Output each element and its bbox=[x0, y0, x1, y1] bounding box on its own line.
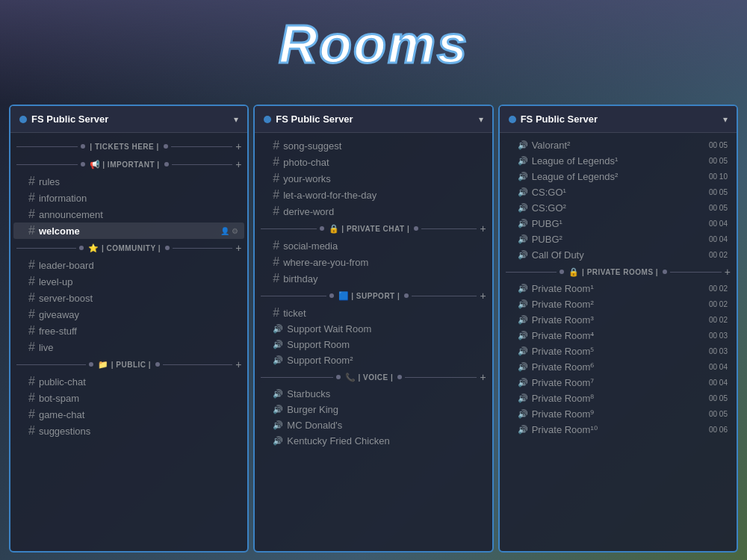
channel-row-your-works[interactable]: #your-works bbox=[258, 170, 489, 187]
channel-row-burger-king[interactable]: 🔊Burger King bbox=[258, 402, 489, 417]
channel-row-free-stuff[interactable]: #free-stuff bbox=[13, 323, 244, 339]
category-line-right bbox=[412, 296, 477, 296]
panel-1: FS Public Server ▾ | TICKETS HERE |+📢 | … bbox=[9, 105, 249, 553]
channel-row-welcome[interactable]: #welcome👤⚙ bbox=[13, 223, 244, 239]
channel-row-pubg²[interactable]: 🔊PUBG²00 04 bbox=[503, 231, 734, 247]
channel-row-valorant²[interactable]: 🔊Valorant²00 05 bbox=[503, 137, 734, 153]
server-icon bbox=[264, 116, 271, 123]
channel-row-social-media[interactable]: #social-media bbox=[258, 237, 489, 254]
channel-row-private-room²[interactable]: 🔊Private Room²00 02 bbox=[503, 296, 734, 312]
category-row-voice[interactable]: 📞 | VOICE |+ bbox=[255, 368, 492, 386]
channel-name: CS:GO² bbox=[532, 202, 705, 214]
voice-count: 00 02 bbox=[709, 284, 728, 293]
channel-row-rules[interactable]: #rules bbox=[13, 173, 244, 190]
channel-name: level-up bbox=[39, 276, 238, 287]
channel-name: Burger King bbox=[287, 404, 483, 415]
category-row-important[interactable]: 📢 | IMPORTANT |+ bbox=[10, 155, 247, 173]
channel-row-private-room³[interactable]: 🔊Private Room³00 02 bbox=[503, 312, 734, 328]
add-channel-button[interactable]: + bbox=[725, 266, 731, 278]
speaker-icon: 🔊 bbox=[273, 420, 283, 430]
panel-header-3[interactable]: FS Public Server ▾ bbox=[500, 106, 737, 133]
add-channel-button[interactable]: + bbox=[235, 158, 241, 170]
channel-row-leader-board[interactable]: #leader-board bbox=[13, 257, 244, 273]
channel-name: MC Donald's bbox=[287, 420, 483, 431]
channel-row-pubg¹[interactable]: 🔊PUBG¹00 04 bbox=[503, 216, 734, 231]
channel-row-where-are-you-from[interactable]: #where-are-you-from bbox=[258, 254, 489, 270]
channel-row-support-room²[interactable]: 🔊Support Room² bbox=[258, 352, 489, 368]
add-channel-button[interactable]: + bbox=[480, 290, 486, 302]
category-row-support[interactable]: 🟦 | SUPPORT |+ bbox=[255, 287, 492, 305]
channel-row-server-boost[interactable]: #server-boost bbox=[13, 290, 244, 306]
channel-row-private-room⁷[interactable]: 🔊Private Room⁷00 04 bbox=[503, 375, 734, 391]
channel-row-let-a-word-for-the-day[interactable]: #let-a-word-for-the-day bbox=[258, 187, 489, 203]
category-row-community[interactable]: ⭐ | COMMUNITY |+ bbox=[10, 239, 247, 257]
speaker-icon: 🔊 bbox=[518, 331, 528, 340]
panel-header-2[interactable]: FS Public Server ▾ bbox=[255, 106, 492, 133]
channel-row-league-of-legends¹[interactable]: 🔊League of Legends¹00 05 bbox=[503, 153, 734, 169]
channel-row-support-wait-room[interactable]: 🔊Support Wait Room bbox=[258, 321, 489, 337]
category-row-tickets[interactable]: | TICKETS HERE |+ bbox=[10, 137, 247, 155]
channel-row-private-room⁸[interactable]: 🔊Private Room⁸00 05 bbox=[503, 391, 734, 406]
category-row-public[interactable]: 📁 | PUBLIC |+ bbox=[10, 355, 247, 373]
panel-3: FS Public Server ▾ 🔊Valorant²00 05🔊Leagu… bbox=[498, 105, 738, 553]
channel-row-bot-spam[interactable]: #bot-spam bbox=[13, 390, 244, 406]
channel-row-birthday[interactable]: #birthday bbox=[258, 270, 489, 287]
channel-name: bot-spam bbox=[39, 393, 238, 404]
channel-name: free-stuff bbox=[39, 326, 238, 337]
panel-header-1[interactable]: FS Public Server ▾ bbox=[10, 106, 247, 133]
add-channel-button[interactable]: + bbox=[480, 371, 486, 383]
channel-row-live[interactable]: #live bbox=[13, 339, 244, 355]
add-channel-button[interactable]: + bbox=[480, 223, 486, 234]
category-dot bbox=[81, 162, 85, 167]
category-dot bbox=[155, 362, 160, 367]
hash-icon: # bbox=[28, 392, 35, 404]
channel-row-suggestions[interactable]: #suggestions bbox=[13, 423, 244, 439]
channel-name: leader-board bbox=[39, 260, 238, 271]
category-label: 📁 | PUBLIC | bbox=[96, 360, 152, 370]
channel-row-cs:go²[interactable]: 🔊CS:GO²00 05 bbox=[503, 200, 734, 216]
channel-row-game-chat[interactable]: #game-chat bbox=[13, 406, 244, 423]
channel-row-starbucks[interactable]: 🔊Starbucks bbox=[258, 386, 489, 402]
hash-icon: # bbox=[28, 408, 35, 420]
server-icon bbox=[509, 116, 516, 123]
add-channel-button[interactable]: + bbox=[235, 140, 241, 152]
add-channel-button[interactable]: + bbox=[235, 358, 241, 370]
channel-row-call-of-duty[interactable]: 🔊Call Of Duty00 02 bbox=[503, 247, 734, 263]
channel-row-giveaway[interactable]: #giveaway bbox=[13, 306, 244, 323]
hash-icon: # bbox=[28, 425, 35, 437]
channel-row-photo-chat[interactable]: #photo-chat bbox=[258, 154, 489, 170]
channel-name: Private Room⁴ bbox=[532, 330, 705, 341]
channel-row-song-suggest[interactable]: #song-suggest bbox=[258, 137, 489, 154]
category-line-left bbox=[506, 272, 557, 273]
category-label: 🟦 | SUPPORT | bbox=[337, 291, 402, 301]
channel-row-cs:go¹[interactable]: 🔊CS:GO¹00 05 bbox=[503, 184, 734, 200]
channel-row-private-room¹[interactable]: 🔊Private Room¹00 02 bbox=[503, 281, 734, 296]
channel-row-derive-word[interactable]: #derive-word bbox=[258, 203, 489, 220]
channel-name: information bbox=[39, 193, 238, 204]
channel-row-league-of-legends²[interactable]: 🔊League of Legends²00 10 bbox=[503, 169, 734, 184]
category-row-private_chat[interactable]: 🔒 | PRIVATE CHAT |+ bbox=[255, 220, 492, 237]
channel-row-mc-donald's[interactable]: 🔊MC Donald's bbox=[258, 417, 489, 433]
hash-icon: # bbox=[273, 256, 279, 268]
channel-row-public-chat[interactable]: #public-chat bbox=[13, 373, 244, 390]
channel-row-private-room⁵[interactable]: 🔊Private Room⁵00 03 bbox=[503, 343, 734, 359]
channel-row-level-up[interactable]: #level-up bbox=[13, 273, 244, 290]
hash-icon: # bbox=[28, 276, 35, 287]
channel-row-private-room⁴[interactable]: 🔊Private Room⁴00 03 bbox=[503, 328, 734, 343]
chevron-down-icon: ▾ bbox=[723, 114, 728, 125]
add-channel-button[interactable]: + bbox=[235, 242, 241, 254]
category-line-right bbox=[173, 248, 232, 249]
channel-row-announcement[interactable]: #announcement bbox=[13, 206, 244, 223]
channel-row-support-room[interactable]: 🔊Support Room bbox=[258, 337, 489, 352]
category-dot bbox=[320, 226, 324, 231]
channel-row-private-room⁶[interactable]: 🔊Private Room⁶00 04 bbox=[503, 359, 734, 375]
channel-row-ticket[interactable]: #ticket bbox=[258, 305, 489, 321]
channel-row-information[interactable]: #information bbox=[13, 190, 244, 206]
channel-name: Private Room⁸ bbox=[532, 393, 705, 404]
channel-row-private-room⁹[interactable]: 🔊Private Room⁹00 05 bbox=[503, 406, 734, 422]
category-row-private_rooms[interactable]: 🔒 | PRIVATE ROOMS |+ bbox=[500, 263, 737, 281]
channel-name: Support Room bbox=[287, 339, 483, 350]
speaker-icon: 🔊 bbox=[518, 219, 528, 228]
channel-row-private-room¹⁰[interactable]: 🔊Private Room¹⁰00 06 bbox=[503, 422, 734, 438]
channel-row-kentucky-fried-chicken[interactable]: 🔊Kentucky Fried Chicken bbox=[258, 433, 489, 449]
